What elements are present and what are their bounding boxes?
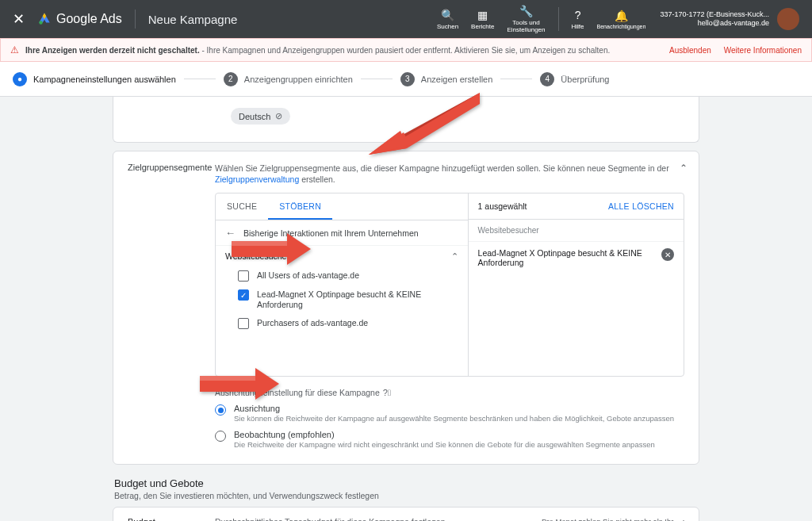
audience-segments-card: ⌃ Zielgruppensegmente Wählen Sie Zielgru… <box>113 151 699 465</box>
reports-icon: ▦ <box>477 9 488 21</box>
audience-mgr-link[interactable]: Zielgruppenverwaltung <box>215 174 299 184</box>
budget-section-head: Budget und Gebote Betrag, den Sie invest… <box>113 477 699 500</box>
search-icon: 🔍 <box>441 9 454 21</box>
back-icon[interactable]: ← <box>225 227 236 239</box>
topbar: ✕ Google Ads Neue Kampagne 🔍Suchen ▦Beri… <box>0 0 812 38</box>
targeting-setting-label: Ausrichtungseinstellung für diese Kampag… <box>215 388 684 397</box>
close-icon[interactable]: ✕ <box>13 10 25 28</box>
collapse-icon[interactable]: ⌃ <box>680 163 688 174</box>
svg-point-0 <box>39 21 43 25</box>
remove-chip-icon[interactable]: ⊘ <box>275 111 282 121</box>
language-chip[interactable]: Deutsch ⊘ <box>231 108 290 125</box>
budget-card: ⌃ Budget Durchschnittliches Tagesbudget … <box>113 507 699 521</box>
step-4[interactable]: 4Überprüfung <box>540 72 609 86</box>
stepper: ●Kampagneneinstellungen auswählen 2Anzei… <box>0 62 812 97</box>
page-title: Neue Kampagne <box>148 13 238 26</box>
tab-browse[interactable]: STÖBERN <box>268 193 332 220</box>
radio-observation[interactable]: Beobachtung (empfohlen) Die Reichweite d… <box>215 430 684 450</box>
account-info[interactable]: 337-170-1772 (E-Business-Kuck... hello@a… <box>660 10 769 28</box>
warning-icon: ⚠ <box>10 44 19 56</box>
budget-hint: Pro Monat zahlen Sie nicht mehr als Ihr … <box>542 517 684 521</box>
radio[interactable] <box>215 431 226 442</box>
step-3[interactable]: 3Anzeigen erstellen <box>400 72 493 86</box>
budget-sub: Durchschnittliches Tagesbudget für diese… <box>215 517 542 521</box>
language-card: Deutsch ⊘ <box>113 97 699 143</box>
alert-hide[interactable]: Ausblenden <box>669 46 711 55</box>
checkbox-checked[interactable] <box>238 289 249 301</box>
alert-text: Ihre Anzeigen werden derzeit nicht gesch… <box>25 46 610 55</box>
selected-count: 1 ausgewählt <box>478 201 527 211</box>
wrench-icon: 🔧 <box>519 5 533 17</box>
selected-group-label: Websitebesucher <box>469 220 684 242</box>
logo[interactable]: Google Ads <box>37 12 122 26</box>
help-tool[interactable]: ?Hilfe <box>572 9 584 30</box>
bell-icon: 🔔 <box>615 10 628 22</box>
breadcrumb: ← Bisherige Interaktionen mit Ihrem Unte… <box>216 220 468 246</box>
main: Deutsch ⊘ ⌃ Zielgruppensegmente Wählen S… <box>0 97 812 521</box>
selected-item: Lead-Magnet X Optinpage besucht & KEINE … <box>469 242 684 274</box>
picker-selected-panel: 1 ausgewählt ALLE LÖSCHEN Websitebesuche… <box>469 193 684 376</box>
section-title: Zielgruppensegmente <box>128 163 215 450</box>
group-website-visitors[interactable]: Websitebesucher ⌃ <box>216 246 468 266</box>
section-desc: Wählen Sie Zielgruppensegmente aus, die … <box>215 163 684 185</box>
tools-tool[interactable]: 🔧Tools und Einstellungen <box>507 5 545 33</box>
radio-targeting[interactable]: Ausrichtung Sie können die Reichweite de… <box>215 404 684 423</box>
alert-bar: ⚠ Ihre Anzeigen werden derzeit nicht ges… <box>0 38 812 62</box>
segment-option-purchasers[interactable]: Purchasers of ads-vantage.de <box>216 314 468 333</box>
product-name: Google Ads <box>56 12 122 26</box>
checkbox[interactable] <box>238 270 249 282</box>
remove-icon[interactable]: ✕ <box>661 248 674 261</box>
help-icon: ? <box>575 9 581 21</box>
picker-browse-panel: SUCHE STÖBERN ← Bisherige Interaktionen … <box>216 193 469 376</box>
segment-option-lead-magnet[interactable]: Lead-Magnet X Optinpage besucht & KEINE … <box>216 285 468 314</box>
segment-option-all-users[interactable]: All Users of ads-vantage.de <box>216 266 468 285</box>
radio-checked[interactable] <box>215 404 226 416</box>
divider <box>135 10 136 29</box>
step-2[interactable]: 2Anzeigengruppen einrichten <box>224 72 353 86</box>
notifications-tool[interactable]: 🔔Benachrichtigungen <box>597 10 646 29</box>
clear-all-button[interactable]: ALLE LÖSCHEN <box>608 201 674 211</box>
reports-tool[interactable]: ▦Berichte <box>471 9 494 30</box>
divider <box>558 7 559 31</box>
tab-search[interactable]: SUCHE <box>216 193 268 220</box>
step-1[interactable]: ●Kampagneneinstellungen auswählen <box>13 72 176 86</box>
budget-title: Budget <box>128 517 215 521</box>
segment-picker: SUCHE STÖBERN ← Bisherige Interaktionen … <box>215 193 684 377</box>
avatar[interactable] <box>777 8 799 30</box>
chevron-up-icon: ⌃ <box>451 251 458 261</box>
search-tool[interactable]: 🔍Suchen <box>437 9 458 30</box>
alert-more[interactable]: Weitere Informationen <box>724 46 802 55</box>
checkbox[interactable] <box>238 318 249 329</box>
picker-tabs: SUCHE STÖBERN <box>216 193 468 220</box>
help-icon[interactable]: ?⃝ <box>383 388 391 397</box>
